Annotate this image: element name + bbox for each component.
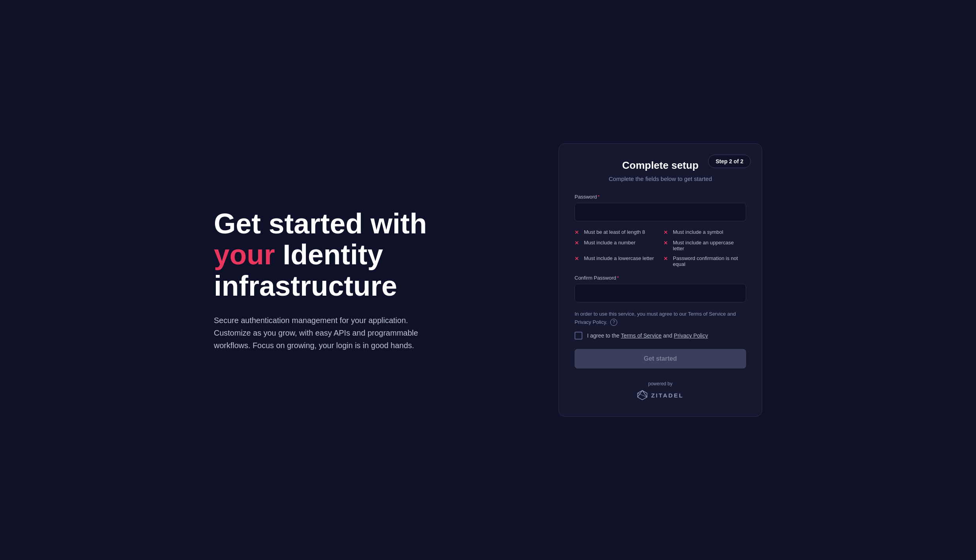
validation-length: ✕ Must be at least of length 8 bbox=[575, 229, 657, 236]
password-required-marker: * bbox=[598, 194, 600, 200]
confirm-password-label: Confirm Password* bbox=[575, 275, 746, 281]
terms-of-service-link[interactable]: Terms of Service bbox=[621, 332, 662, 339]
powered-by: powered by ZITADEL bbox=[575, 381, 746, 401]
validation-lowercase: ✕ Must include a lowercase letter bbox=[575, 255, 657, 267]
validation-uppercase-text: Must include an uppercase letter bbox=[673, 240, 746, 251]
hero-subtitle: Secure authentication management for you… bbox=[214, 314, 441, 352]
validation-uppercase: ✕ Must include an uppercase letter bbox=[663, 240, 746, 251]
validation-number-text: Must include a number bbox=[584, 240, 636, 246]
terms-info-icon[interactable]: ? bbox=[610, 319, 617, 326]
confirm-password-group: Confirm Password* bbox=[575, 275, 746, 302]
hero-title: Get started with your Identityinfrastruc… bbox=[214, 208, 488, 302]
validation-length-text: Must be at least of length 8 bbox=[584, 229, 645, 235]
step-badge: Step 2 of 2 bbox=[708, 155, 751, 168]
zitadel-logo: ZITADEL bbox=[575, 390, 746, 401]
confirm-password-required-marker: * bbox=[617, 275, 619, 281]
card-subtitle: Complete the fields below to get started bbox=[575, 175, 746, 182]
validation-length-icon: ✕ bbox=[575, 229, 581, 236]
zitadel-name: ZITADEL bbox=[651, 392, 683, 399]
confirm-password-input[interactable] bbox=[575, 284, 746, 302]
svg-line-2 bbox=[638, 390, 642, 397]
validation-symbol-icon: ✕ bbox=[663, 229, 670, 236]
left-panel: Get started with your Identityinfrastruc… bbox=[214, 208, 488, 352]
validation-grid: ✕ Must be at least of length 8 ✕ Must in… bbox=[575, 229, 746, 267]
page-container: Get started with your Identityinfrastruc… bbox=[214, 143, 762, 417]
zitadel-icon bbox=[637, 390, 648, 401]
terms-text: In order to use this service, you must a… bbox=[575, 310, 746, 327]
password-group: Password* bbox=[575, 194, 746, 221]
validation-symbol: ✕ Must include a symbol bbox=[663, 229, 746, 236]
validation-lowercase-icon: ✕ bbox=[575, 256, 581, 262]
validation-number: ✕ Must include a number bbox=[575, 240, 657, 251]
validation-confirm-match: ✕ Password confirmation is not equal bbox=[663, 255, 746, 267]
validation-confirm-match-icon: ✕ bbox=[663, 256, 670, 262]
password-label: Password* bbox=[575, 194, 746, 200]
validation-confirm-match-text: Password confirmation is not equal bbox=[673, 255, 746, 267]
checkbox-row: I agree to the Terms of Service and Priv… bbox=[575, 332, 746, 340]
terms-section: In order to use this service, you must a… bbox=[575, 310, 746, 340]
hero-title-highlight: your bbox=[214, 239, 275, 270]
get-started-button[interactable]: Get started bbox=[575, 349, 746, 369]
checkbox-label: I agree to the Terms of Service and Priv… bbox=[587, 332, 708, 339]
setup-card: Step 2 of 2 Complete setup Complete the … bbox=[558, 143, 762, 417]
privacy-policy-link[interactable]: Privacy Policy bbox=[674, 332, 708, 339]
agree-checkbox[interactable] bbox=[575, 332, 582, 340]
validation-number-icon: ✕ bbox=[575, 240, 581, 246]
right-panel: Step 2 of 2 Complete setup Complete the … bbox=[558, 143, 762, 417]
password-input[interactable] bbox=[575, 203, 746, 221]
validation-symbol-text: Must include a symbol bbox=[673, 229, 723, 235]
validation-lowercase-text: Must include a lowercase letter bbox=[584, 255, 654, 261]
hero-title-part1: Get started with bbox=[214, 208, 427, 239]
validation-uppercase-icon: ✕ bbox=[663, 240, 670, 246]
powered-by-text: powered by bbox=[575, 381, 746, 387]
